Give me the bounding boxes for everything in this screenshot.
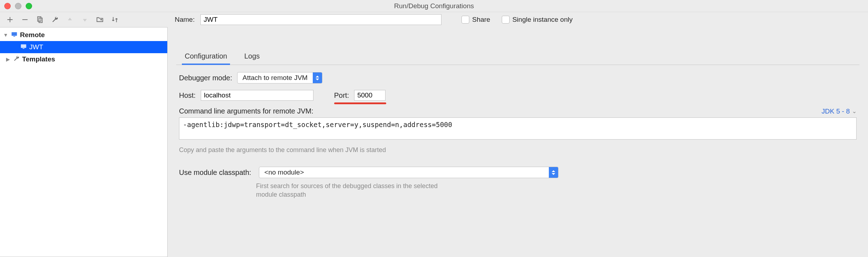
tree-node-label: JWT — [29, 43, 43, 51]
config-panel: Configuration Logs Debugger mode: Attach… — [168, 27, 868, 257]
remove-icon[interactable] — [21, 15, 29, 24]
name-label: Name: — [175, 16, 195, 24]
header-row: Name: Share Single instance only — [175, 14, 859, 25]
config-tabs: Configuration Logs — [176, 49, 859, 65]
module-classpath-select[interactable]: <no module> — [259, 167, 558, 178]
titlebar: Run/Debug Configurations — [0, 0, 868, 12]
port-group: Port: — [334, 90, 386, 101]
cmd-hint: Copy and paste the arguments to the comm… — [179, 146, 857, 154]
tree-node-jwt[interactable]: JWT — [0, 41, 167, 53]
remote-icon — [11, 31, 18, 40]
share-checkbox-wrap[interactable]: Share — [461, 16, 490, 24]
module-hint: First search for sources of the debugged… — [256, 182, 441, 199]
chevron-right-icon[interactable]: ▶ — [5, 56, 11, 62]
wrench-icon[interactable] — [51, 15, 59, 24]
svg-rect-4 — [14, 36, 15, 37]
tree-node-label: Templates — [22, 55, 55, 63]
host-input[interactable] — [201, 90, 313, 101]
single-instance-checkbox[interactable] — [502, 16, 510, 24]
tab-label: Logs — [244, 52, 260, 60]
debugger-mode-row: Debugger mode: Attach to remote JVM — [179, 72, 857, 84]
svg-rect-1 — [38, 17, 41, 21]
chevron-updown-icon — [313, 72, 322, 83]
svg-rect-3 — [12, 32, 17, 36]
wrench-icon — [13, 55, 20, 64]
chevron-down-icon: ⌄ — [852, 108, 857, 115]
svg-rect-0 — [22, 19, 28, 20]
copy-icon[interactable] — [36, 15, 44, 24]
maximize-window-icon[interactable] — [26, 3, 32, 9]
module-label: Use module classpath: — [179, 168, 251, 177]
cmd-label: Command line arguments for remote JVM: — [179, 107, 313, 115]
host-label: Host: — [179, 91, 196, 100]
module-classpath-value: <no module> — [259, 167, 549, 178]
svg-rect-6 — [23, 48, 25, 49]
module-classpath-row: Use module classpath: <no module> — [179, 167, 857, 178]
remote-item-icon — [20, 43, 27, 52]
share-checkbox[interactable] — [461, 16, 469, 24]
cmd-arguments-box[interactable] — [179, 117, 857, 140]
single-instance-checkbox-wrap[interactable]: Single instance only — [502, 16, 573, 24]
jdk-link-text: JDK 5 - 8 — [822, 107, 850, 115]
arrow-up-icon[interactable] — [66, 15, 74, 24]
chevron-updown-icon — [549, 167, 558, 178]
port-label: Port: — [334, 91, 349, 100]
add-icon[interactable] — [6, 15, 14, 24]
tree-node-remote[interactable]: ▼ Remote — [0, 29, 167, 41]
host-port-row: Host: Port: — [179, 90, 857, 101]
single-instance-label: Single instance only — [512, 16, 573, 24]
name-input[interactable] — [200, 14, 441, 25]
tab-configuration[interactable]: Configuration — [183, 49, 229, 65]
window-controls — [4, 3, 32, 9]
minimize-window-icon[interactable] — [15, 3, 21, 9]
debugger-mode-select[interactable]: Attach to remote JVM — [237, 72, 322, 84]
sort-icon[interactable] — [111, 15, 119, 24]
highlight-underline-icon — [334, 102, 386, 104]
window-title: Run/Debug Configurations — [0, 2, 868, 10]
folder-move-icon[interactable] — [96, 15, 104, 24]
config-form: Debugger mode: Attach to remote JVM Host… — [176, 65, 859, 199]
close-window-icon[interactable] — [4, 3, 11, 9]
svg-rect-2 — [39, 18, 42, 22]
tab-logs[interactable]: Logs — [243, 49, 261, 65]
main-split: ▼ Remote JWT ▶ Templates — [0, 27, 868, 257]
svg-rect-5 — [21, 44, 26, 48]
arrow-down-icon[interactable] — [81, 15, 89, 24]
share-label: Share — [472, 16, 490, 24]
debugger-mode-value: Attach to remote JVM — [238, 72, 313, 83]
debugger-mode-label: Debugger mode: — [179, 74, 232, 82]
port-input[interactable] — [354, 90, 386, 101]
jdk-version-link[interactable]: JDK 5 - 8 ⌄ — [822, 107, 857, 115]
tree-node-label: Remote — [20, 31, 45, 39]
config-tree[interactable]: ▼ Remote JWT ▶ Templates — [0, 27, 168, 257]
chevron-down-icon[interactable]: ▼ — [3, 32, 9, 38]
tab-label: Configuration — [185, 52, 227, 60]
tree-node-templates[interactable]: ▶ Templates — [0, 53, 167, 65]
cmd-label-row: Command line arguments for remote JVM: J… — [179, 107, 857, 115]
